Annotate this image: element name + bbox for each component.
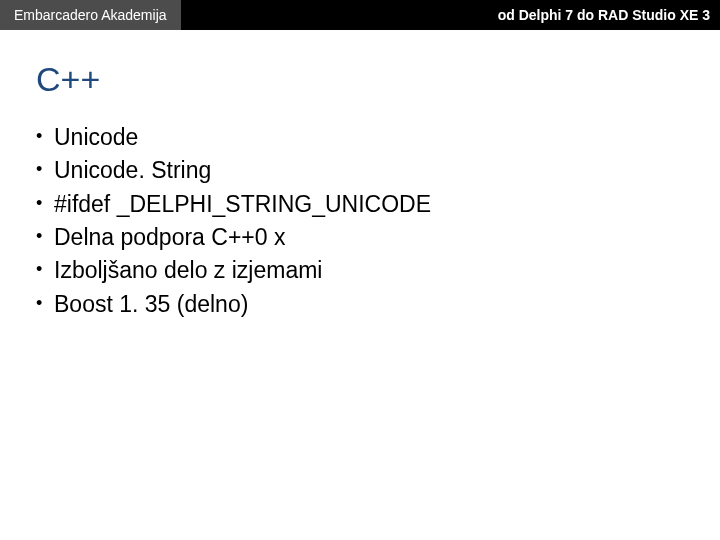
list-item: Delna podpora C++0 x (36, 221, 720, 254)
list-item: Boost 1. 35 (delno) (36, 288, 720, 321)
list-item: Izboljšano delo z izjemami (36, 254, 720, 287)
slide-header: Embarcadero Akademija od Delphi 7 do RAD… (0, 0, 720, 30)
header-left-label: Embarcadero Akademija (0, 0, 181, 30)
list-item: Unicode. String (36, 154, 720, 187)
header-right-label: od Delphi 7 do RAD Studio XE 3 (488, 0, 720, 30)
slide-title: C++ (36, 60, 720, 99)
list-item: Unicode (36, 121, 720, 154)
list-item: #ifdef _DELPHI_STRING_UNICODE (36, 188, 720, 221)
bullet-list: Unicode Unicode. String #ifdef _DELPHI_S… (36, 121, 720, 321)
